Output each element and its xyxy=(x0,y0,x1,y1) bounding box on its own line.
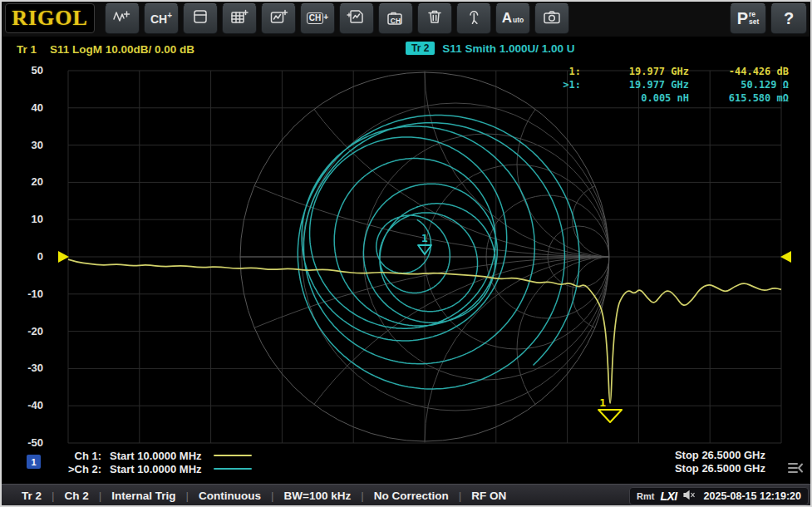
lxi-indicator: LXI xyxy=(660,490,677,503)
sine-wave-plus-icon xyxy=(112,8,132,28)
preset-label: P reset xyxy=(737,9,760,28)
channel-box-plus-icon: CH+ xyxy=(307,12,328,24)
trace1-color-swatch xyxy=(214,455,252,456)
y-axis-tick: -40 xyxy=(8,399,43,411)
help-button[interactable]: ? xyxy=(770,3,807,34)
touch-button[interactable] xyxy=(456,3,491,34)
screenshot-button[interactable] xyxy=(534,3,569,34)
copy-channel-button[interactable]: CH xyxy=(378,3,413,34)
status-trigger[interactable]: Internal Trig xyxy=(111,490,175,502)
y-axis-tick: 40 xyxy=(8,101,43,114)
y-axis-tick: 0 xyxy=(8,250,43,263)
y-axis-tick: -50 xyxy=(8,436,43,449)
channel-add-label: CH+ xyxy=(150,12,172,25)
status-bar: Tr 2 | Ch 2 | Internal Trig | Continuous… xyxy=(0,484,812,507)
ref-level-marker-left xyxy=(58,251,69,263)
trace-window-add-button[interactable] xyxy=(261,3,296,34)
trace2-active-badge: Tr 2 xyxy=(406,42,435,55)
page-channel-icon: CH xyxy=(386,10,406,27)
trace-info-bar: Tr 1S11 LogM 10.00dB/ 0.00 dB Tr 2 S11 S… xyxy=(0,37,812,62)
speaker-muted-icon[interactable] xyxy=(683,490,696,503)
table-add-button[interactable] xyxy=(222,3,257,34)
channel2-row[interactable]: >Ch 2: Start 10.0000 MHz xyxy=(60,462,252,475)
remote-indicator: Rmt xyxy=(637,491,654,501)
rigol-logo: RIGOL xyxy=(5,3,95,33)
chart-box-plus-icon xyxy=(268,8,288,28)
camera-icon xyxy=(542,8,562,28)
touch-icon xyxy=(465,8,483,28)
menu-expand-button[interactable] xyxy=(787,461,804,478)
trash-icon xyxy=(426,8,444,28)
svg-text:1: 1 xyxy=(599,396,606,409)
marker-row-tr2: >1:19.977 GHz50.129 Ω xyxy=(546,78,789,91)
svg-text:1: 1 xyxy=(421,232,428,244)
channel-info: 1 Ch 1: Start 10.0000 MHz >Ch 2: Start 1… xyxy=(25,449,252,475)
status-rf[interactable]: RF ON xyxy=(471,490,506,502)
status-active-trace[interactable]: Tr 2 xyxy=(22,490,42,502)
window-layout-button[interactable] xyxy=(183,3,218,34)
page-wave-plus-icon xyxy=(347,8,367,28)
status-active-channel[interactable]: Ch 2 xyxy=(65,490,89,502)
trace1-info[interactable]: Tr 1S11 LogM 10.00dB/ 0.00 dB xyxy=(17,43,194,56)
system-status-panel: Rmt LXI 2025-08-15 12:19:20 xyxy=(629,487,809,505)
window-number-badge: 1 xyxy=(27,455,41,469)
delete-button[interactable] xyxy=(417,3,452,34)
marker-readout: 1:19.977 GHz-44.426 dB >1:19.977 GHz50.1… xyxy=(546,65,789,105)
y-axis-tick: -30 xyxy=(8,362,43,374)
marker-row-tr2-equiv: 0.005 nH615.580 mΩ xyxy=(546,91,789,105)
y-axis-tick: 10 xyxy=(8,213,43,225)
toolbar: RIGOL CH+ CH+ xyxy=(0,0,812,37)
datetime: 2025-08-15 12:19:20 xyxy=(704,490,801,502)
status-sweep-mode[interactable]: Continuous xyxy=(199,490,261,502)
channel1-stop: Stop 26.5000 GHz xyxy=(675,449,765,462)
window-layout-icon xyxy=(191,8,209,28)
channel1-row[interactable]: Ch 1: Start 10.0000 MHz xyxy=(60,449,252,462)
y-axis-tick: -10 xyxy=(8,288,43,300)
y-axis-tick: 50 xyxy=(8,64,43,76)
y-axis-tick: 20 xyxy=(8,175,43,188)
ref-level-marker-right xyxy=(780,251,791,263)
vna-screen: RIGOL CH+ CH+ xyxy=(0,0,812,507)
channel2-stop: Stop 26.5000 GHz xyxy=(675,462,765,475)
trace-add-button[interactable] xyxy=(105,3,140,34)
channel-window-add-button[interactable]: CH+ xyxy=(300,3,335,34)
auto-label: Auto xyxy=(502,10,524,27)
trace2-info[interactable]: Tr 2 S11 Smith 1.000U/ 1.00 U xyxy=(406,42,574,55)
channel-add-button[interactable]: CH+ xyxy=(144,3,179,34)
preset-button[interactable]: P reset xyxy=(730,3,766,34)
y-axis-tick: 30 xyxy=(8,139,43,151)
stop-frequencies: Stop 26.5000 GHz Stop 26.5000 GHz xyxy=(675,449,765,475)
help-label: ? xyxy=(784,9,794,28)
auto-scale-button[interactable]: Auto xyxy=(495,3,530,34)
copy-trace-button[interactable] xyxy=(339,3,374,34)
marker-row-tr1: 1:19.977 GHz-44.426 dB xyxy=(546,65,789,78)
menu-expand-icon xyxy=(787,463,804,477)
status-bandwidth[interactable]: BW=100 kHz xyxy=(284,490,352,502)
table-plus-icon xyxy=(229,8,249,28)
status-correction[interactable]: No Correction xyxy=(374,490,449,502)
trace2-color-swatch xyxy=(214,468,252,470)
y-axis-tick: -20 xyxy=(8,325,43,337)
